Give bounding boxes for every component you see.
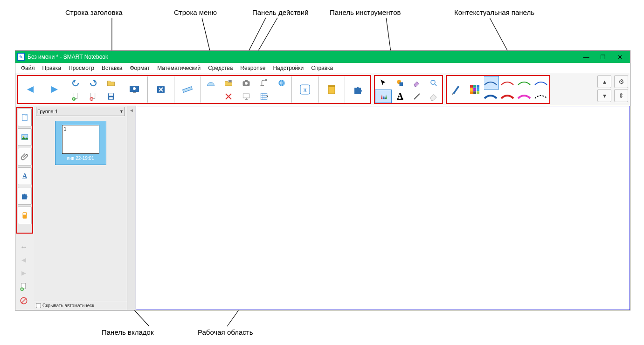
menu-tools[interactable]: Средства: [204, 63, 236, 73]
save-button[interactable]: [102, 90, 120, 103]
new-page-button[interactable]: [67, 90, 84, 103]
side-new-page[interactable]: [19, 282, 28, 291]
side-prev-arrow[interactable]: ◄: [20, 256, 28, 264]
menu-insert[interactable]: Вставка: [98, 63, 126, 73]
eraser-large-tool[interactable]: [425, 90, 442, 103]
canvas[interactable]: [136, 106, 630, 310]
pen-tool[interactable]: [447, 76, 465, 103]
tab-gallery[interactable]: [18, 128, 32, 146]
gutter-collapse-icon[interactable]: ◄: [129, 108, 134, 113]
annotation-menu-bar: Строка меню: [174, 8, 217, 16]
content-area: A ↔ ◄ ► Группа 1 ▼ 1: [15, 106, 630, 310]
scroll-up-button[interactable]: ▴: [597, 75, 611, 88]
eraser-small-tool[interactable]: [409, 76, 425, 90]
line-green-thin[interactable]: [516, 76, 533, 90]
line-black-thin[interactable]: [482, 76, 499, 90]
page-caption: янв 22-19:01: [67, 156, 94, 161]
svg-rect-41: [473, 88, 476, 91]
svg-rect-46: [22, 114, 28, 121]
text-tool[interactable]: A: [392, 90, 409, 103]
line-red-thick[interactable]: [499, 90, 516, 103]
screen-share-button[interactable]: [122, 76, 146, 103]
tab-properties[interactable]: A: [18, 167, 32, 185]
side-resize-handle[interactable]: ↔: [20, 243, 28, 251]
globe-button[interactable]: [273, 76, 291, 90]
toolbar-strip: ▾ π A: [15, 73, 630, 106]
open-folder-button[interactable]: [102, 76, 120, 90]
line-red-thin[interactable]: [499, 76, 516, 90]
pens-tool[interactable]: [375, 90, 392, 103]
settings-button[interactable]: ⚙: [614, 75, 628, 88]
menu-view[interactable]: Просмотр: [65, 63, 98, 73]
canvas-gutter: ◄: [127, 106, 136, 310]
redo-button[interactable]: [84, 76, 102, 90]
undo-button[interactable]: [67, 76, 84, 90]
menu-math[interactable]: Математический: [153, 63, 204, 73]
svg-point-22: [245, 82, 248, 84]
menu-edit[interactable]: Правка: [39, 63, 65, 73]
sticky-note-button[interactable]: [319, 76, 344, 103]
prev-page-button[interactable]: [18, 76, 42, 103]
menu-help[interactable]: Справка: [307, 63, 337, 73]
delete-page-button[interactable]: [84, 90, 102, 103]
magnifier-tool[interactable]: [425, 76, 442, 90]
camera-button[interactable]: [237, 76, 255, 90]
menu-file[interactable]: Файл: [17, 63, 39, 73]
group-select[interactable]: Группа 1 ▼: [36, 107, 125, 116]
page-thumbnail[interactable]: 1 янв 22-19:01: [55, 121, 106, 165]
annotation-contextual-panel: Контекстуальная панель: [454, 8, 534, 16]
autohide-label: Скрывать автоматическ: [42, 303, 94, 308]
side-next-arrow[interactable]: ►: [20, 269, 28, 277]
menu-format[interactable]: Формат: [126, 63, 153, 73]
tab-addons[interactable]: [18, 187, 32, 205]
math-pi-button[interactable]: π: [293, 76, 317, 103]
maximize-button[interactable]: ☐: [595, 51, 611, 63]
svg-rect-19: [183, 87, 193, 92]
ruler-button[interactable]: [175, 76, 200, 103]
delete-button[interactable]: [220, 90, 237, 103]
svg-point-17: [133, 87, 136, 90]
blank2-button[interactable]: [273, 90, 291, 103]
line-black-thick[interactable]: [482, 90, 499, 103]
blank-button[interactable]: [202, 90, 220, 103]
minimize-button[interactable]: ―: [578, 51, 595, 63]
dropdown-icon: ▼: [119, 109, 124, 114]
line-tool[interactable]: [409, 90, 425, 103]
annotation-tabs-panel: Панель вкладок: [102, 328, 153, 336]
svg-rect-14: [109, 97, 113, 99]
svg-rect-42: [477, 88, 479, 91]
puzzle-addon-button[interactable]: [346, 76, 370, 103]
close-button[interactable]: ✕: [611, 51, 628, 63]
svg-line-54: [21, 298, 27, 304]
tab-attachments[interactable]: [18, 148, 32, 166]
color-palette-button[interactable]: [465, 76, 484, 103]
doc-camera-button[interactable]: [255, 76, 273, 90]
screen-shade-button[interactable]: [149, 76, 173, 103]
menu-addons[interactable]: Надстройки: [269, 63, 307, 73]
scroll-down-button[interactable]: ▾: [597, 89, 611, 102]
tab-page-sorter[interactable]: [18, 109, 32, 126]
protractor-button[interactable]: [202, 76, 220, 90]
line-blue-thin[interactable]: [533, 76, 549, 90]
capture-folder-button[interactable]: [220, 76, 237, 90]
annotation-title-bar: Строка заголовка: [65, 8, 123, 16]
shape-recognition-tool[interactable]: [392, 76, 409, 90]
next-page-button[interactable]: [42, 76, 67, 103]
title-bar: ✎ Без имени * - SMART Notebook ― ☐ ✕: [15, 51, 630, 63]
select-tool[interactable]: [375, 76, 392, 90]
autohide-checkbox[interactable]: [36, 303, 41, 308]
app-window: ✎ Без имени * - SMART Notebook ― ☐ ✕ Фай…: [15, 50, 630, 310]
page-number: 1: [64, 126, 67, 131]
annotation-work-area: Рабочая область: [198, 328, 253, 336]
line-pink-thick[interactable]: [516, 90, 533, 103]
svg-line-36: [414, 94, 420, 99]
table-button[interactable]: ▾: [255, 90, 273, 103]
svg-rect-27: [243, 94, 249, 98]
tab-response[interactable]: [18, 207, 32, 224]
presentation-button[interactable]: [237, 90, 255, 103]
menu-response[interactable]: Response: [236, 63, 269, 73]
svg-rect-25: [261, 85, 264, 86]
move-toolbar-button[interactable]: ⇕: [614, 89, 628, 102]
side-block-page[interactable]: [19, 296, 28, 305]
line-dashed[interactable]: [533, 90, 549, 103]
